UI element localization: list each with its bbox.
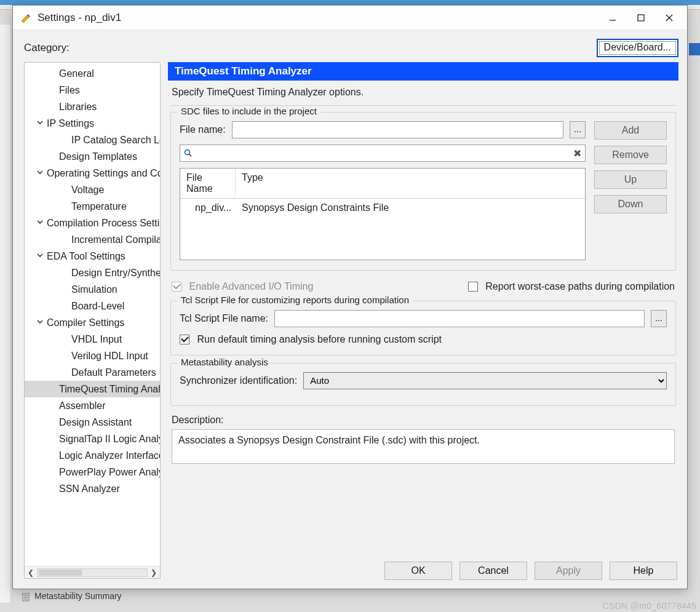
tree-item-eda-tool-settings[interactable]: EDA Tool Settings (25, 248, 160, 264)
chevron-down-icon[interactable] (37, 119, 43, 125)
file-name-input[interactable] (232, 121, 563, 138)
tree-item-signaltap-ii-logic-analyzer[interactable]: SignalTap II Logic Analyzer (25, 431, 160, 447)
tree-item-label: IP Settings (47, 118, 94, 129)
tree-item-operating-settings-and-conditions[interactable]: Operating Settings and Conditions (25, 165, 160, 181)
checkbox-icon[interactable] (468, 282, 478, 292)
svg-line-9 (189, 154, 192, 157)
tree-item-label: Logic Analyzer Interface (59, 450, 160, 461)
app-icon (20, 12, 31, 23)
tree-item-compiler-settings[interactable]: Compiler Settings (25, 314, 160, 331)
search-icon (184, 149, 193, 157)
tree-item-label: Assembler (59, 400, 106, 411)
tree-item-ssn-analyzer[interactable]: SSN Analyzer (25, 480, 160, 497)
help-button[interactable]: Help (610, 562, 677, 580)
remove-button[interactable]: Remove (594, 146, 667, 164)
tree-item-vhdl-input[interactable]: VHDL Input (25, 331, 160, 348)
tcl-browse-button[interactable]: ... (651, 310, 667, 327)
tree-item-design-templates[interactable]: Design Templates (25, 148, 160, 165)
report-worst-case-checkbox[interactable]: Report worst-case paths during compilati… (468, 280, 675, 292)
tree-item-ip-settings[interactable]: IP Settings (25, 115, 160, 132)
chevron-down-icon[interactable] (37, 169, 43, 175)
close-button[interactable] (655, 8, 683, 28)
panel-subtitle: Specify TimeQuest Timing Analyzer option… (170, 81, 676, 106)
tree-item-design-entry-synthesis[interactable]: Design Entry/Synthesis (25, 264, 160, 281)
description-text: Associates a Synopsys Design Constraint … (172, 429, 675, 464)
sync-id-combo[interactable]: Auto (303, 372, 667, 389)
sdc-file-table[interactable]: File Name Type np_div... Synopsys Design… (180, 168, 586, 260)
tree-item-temperature[interactable]: Temperature (25, 198, 160, 215)
down-button[interactable]: Down (594, 195, 667, 213)
tree-item-incremental-compilation[interactable]: Incremental Compilation (25, 231, 160, 248)
tcl-name-label: Tcl Script File name: (180, 313, 268, 324)
tree-item-simulation[interactable]: Simulation (25, 281, 160, 298)
tree-item-label: SignalTap II Logic Analyzer (59, 434, 160, 444)
tcl-name-input[interactable] (274, 310, 645, 327)
tree-item-assembler[interactable]: Assembler (25, 397, 160, 414)
svg-rect-5 (638, 15, 644, 21)
tree-item-libraries[interactable]: Libraries (25, 98, 160, 115)
scroll-right-icon[interactable]: ❯ (149, 568, 159, 577)
table-row[interactable]: np_div... Synopsys Design Constraints Fi… (180, 199, 585, 217)
tree-item-board-level[interactable]: Board-Level (25, 298, 160, 314)
chevron-down-icon[interactable] (37, 252, 43, 258)
tree-item-label: EDA Tool Settings (47, 251, 125, 261)
tree-item-logic-analyzer-interface[interactable]: Logic Analyzer Interface (25, 447, 160, 464)
tree-item-label: Compilation Process Settings (47, 218, 160, 228)
clear-filter-icon[interactable]: ✖ (573, 148, 581, 159)
col-type[interactable]: Type (236, 169, 585, 198)
file-name-browse-button[interactable]: ... (570, 121, 586, 138)
sdc-groupbox: SDC files to include in the project File… (170, 112, 676, 271)
maximize-button[interactable] (627, 8, 655, 28)
tree-item-label: VHDL Input (71, 334, 122, 344)
tree-item-voltage[interactable]: Voltage (25, 181, 160, 198)
tree-item-label: Board-Level (71, 301, 124, 311)
filter-input[interactable]: ✖ (180, 145, 586, 162)
scroll-left-icon[interactable]: ❮ (26, 568, 36, 577)
tree-item-powerplay-power-analyzer[interactable]: PowerPlay Power Analyzer (25, 464, 160, 480)
tree-item-label: PowerPlay Power Analyzer (59, 467, 160, 477)
panel-title: TimeQuest Timing Analyzer (168, 62, 678, 81)
chevron-down-icon[interactable] (37, 219, 43, 225)
tree-item-label: Verilog HDL Input (71, 351, 148, 361)
category-tree[interactable]: GeneralFilesLibrariesIP SettingsIP Catal… (24, 62, 161, 579)
tree-item-label: Design Assistant (59, 417, 132, 427)
titlebar[interactable]: Settings - np_div1 (13, 6, 687, 30)
tree-item-label: Temperature (71, 201, 127, 212)
tree-item-label: TimeQuest Timing Analyzer (59, 384, 160, 394)
chevron-down-icon[interactable] (37, 319, 43, 325)
file-name-label: File name: (180, 124, 226, 135)
tree-item-label: Design Entry/Synthesis (71, 268, 160, 278)
tree-item-ip-catalog-search-locations[interactable]: IP Catalog Search Locations (25, 132, 160, 148)
tree-item-files[interactable]: Files (25, 82, 160, 98)
checkbox-icon[interactable] (180, 335, 189, 344)
device-board-button[interactable]: Device/Board... (597, 39, 678, 57)
tree-item-general[interactable]: General (25, 65, 160, 82)
tree-hscrollbar[interactable]: ❮ ❯ (25, 566, 160, 578)
tree-item-label: Libraries (59, 101, 97, 112)
tree-item-default-parameters[interactable]: Default Parameters (25, 364, 160, 381)
run-default-checkbox[interactable]: Run default timing analysis before runni… (180, 333, 442, 344)
tree-item-label: General (59, 68, 94, 79)
tree-item-timequest-timing-analyzer[interactable]: TimeQuest Timing Analyzer (25, 381, 160, 397)
description-label: Description: (172, 415, 675, 426)
tree-item-design-assistant[interactable]: Design Assistant (25, 414, 160, 431)
apply-button[interactable]: Apply (535, 562, 602, 580)
up-button[interactable]: Up (594, 170, 667, 189)
minimize-button[interactable] (599, 8, 627, 28)
window-title: Settings - np_div1 (38, 12, 599, 24)
ok-button[interactable]: OK (384, 562, 452, 580)
sdc-legend: SDC files to include in the project (177, 106, 320, 116)
tree-item-label: Default Parameters (71, 367, 156, 378)
sync-id-label: Synchronizer identification: (180, 375, 297, 386)
watermark: CSDN @m0_60778445 (603, 601, 696, 611)
tree-item-label: SSN Analyzer (59, 483, 120, 494)
metastability-groupbox: Metastability analysis Synchronizer iden… (170, 363, 676, 406)
tree-item-label: Files (59, 85, 80, 95)
add-button[interactable]: Add (594, 121, 667, 140)
tree-item-label: Incremental Compilation (71, 234, 160, 245)
cancel-button[interactable]: Cancel (459, 562, 527, 580)
col-file-name[interactable]: File Name (180, 169, 236, 198)
tree-item-verilog-hdl-input[interactable]: Verilog HDL Input (25, 348, 160, 364)
enable-advanced-io-checkbox: Enable Advanced I/O Timing (172, 280, 313, 292)
tree-item-compilation-process-settings[interactable]: Compilation Process Settings (25, 215, 160, 231)
